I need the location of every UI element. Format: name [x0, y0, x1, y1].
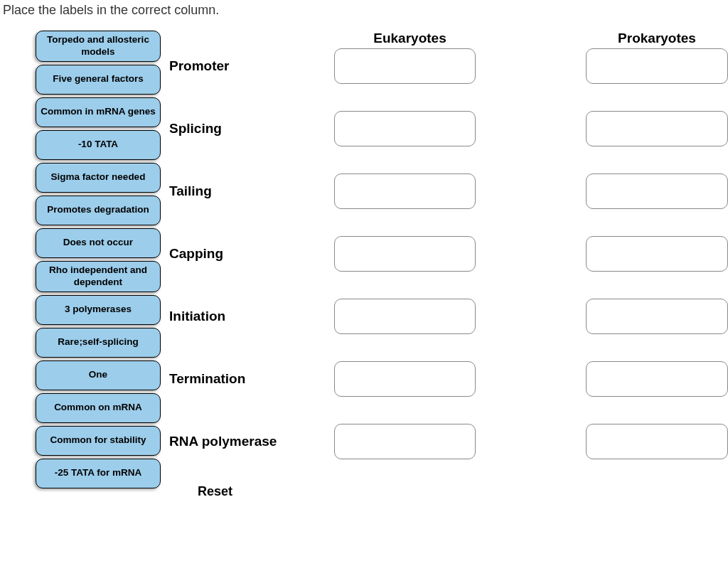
draggable-label[interactable]: Rho independent and dependent [36, 261, 161, 292]
row-label-tailing: Tailing [164, 183, 320, 199]
drop-target-prokaryotes-tailing[interactable] [586, 173, 728, 209]
drop-target-eukaryotes-tailing[interactable] [334, 173, 476, 209]
labels-source-column: Torpedo and allosteric models Five gener… [36, 31, 161, 488]
drop-target-eukaryotes-rna-polymerase[interactable] [334, 424, 476, 459]
draggable-label[interactable]: One [36, 360, 161, 390]
row-label-initiation: Initiation [164, 309, 320, 324]
category-row: Initiation [164, 298, 728, 335]
header-gap [486, 31, 586, 46]
row-label-termination: Termination [164, 371, 320, 387]
draggable-label[interactable]: Common on mRNA [36, 393, 161, 423]
row-label-rna-polymerase: RNA polymerase [164, 434, 320, 449]
reset-button[interactable]: Reset [164, 484, 232, 499]
draggable-label[interactable]: Common for stability [36, 426, 161, 456]
draggable-label[interactable]: Promotes degradation [36, 196, 161, 225]
draggable-label[interactable]: Sigma factor needed [36, 163, 161, 193]
row-label-promoter: Promoter [164, 58, 320, 74]
drop-target-prokaryotes-initiation[interactable] [586, 299, 728, 334]
drop-target-prokaryotes-termination[interactable] [586, 361, 728, 397]
category-row: Termination [164, 360, 728, 397]
category-row: RNA polymerase [164, 423, 728, 460]
drop-target-eukaryotes-initiation[interactable] [334, 299, 476, 334]
row-label-splicing: Splicing [164, 121, 320, 137]
draggable-label[interactable]: -10 TATA [36, 130, 161, 160]
column-header-prokaryotes: Prokaryotes [586, 31, 728, 46]
instruction-text: Place the labels in the correct column. [0, 0, 728, 31]
drop-target-prokaryotes-capping[interactable] [586, 236, 728, 272]
draggable-label[interactable]: Five general factors [36, 65, 161, 95]
draggable-label[interactable]: -25 TATA for mRNA [36, 459, 161, 488]
header-spacer [164, 31, 319, 46]
draggable-label[interactable]: Rare;self-splicing [36, 328, 161, 358]
drop-target-prokaryotes-splicing[interactable] [586, 111, 728, 146]
draggable-label[interactable]: Does not occur [36, 228, 161, 258]
category-row: Tailing [164, 173, 728, 210]
category-row: Capping [164, 235, 728, 272]
column-headers: Eukaryotes Prokaryotes [164, 31, 728, 46]
drop-target-eukaryotes-promoter[interactable] [334, 48, 476, 84]
drop-grid: Eukaryotes Prokaryotes Promoter Splicing… [164, 31, 728, 499]
row-label-capping: Capping [164, 246, 320, 262]
drop-target-eukaryotes-splicing[interactable] [334, 111, 476, 146]
work-area: Torpedo and allosteric models Five gener… [0, 31, 728, 499]
drop-target-eukaryotes-capping[interactable] [334, 236, 476, 272]
drop-target-prokaryotes-rna-polymerase[interactable] [586, 424, 728, 459]
category-row: Splicing [164, 110, 728, 147]
draggable-label[interactable]: Common in mRNA genes [36, 97, 161, 127]
draggable-label[interactable]: Torpedo and allosteric models [36, 31, 161, 62]
category-row: Promoter [164, 48, 728, 85]
drop-target-prokaryotes-promoter[interactable] [586, 48, 728, 84]
column-header-eukaryotes: Eukaryotes [333, 31, 486, 46]
draggable-label[interactable]: 3 polymerases [36, 295, 161, 325]
drop-target-eukaryotes-termination[interactable] [334, 361, 476, 397]
